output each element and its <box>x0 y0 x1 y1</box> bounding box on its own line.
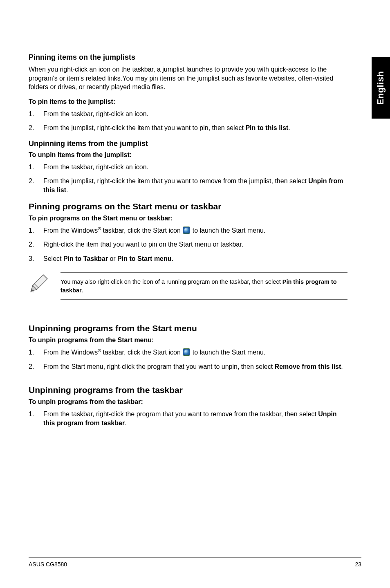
list-item: 1. From the taskbar, right-click an icon… <box>29 163 347 172</box>
steps-pin-jumplist: 1. From the taskbar, right-click an icon… <box>29 110 347 133</box>
list-item: 1. From the Windows® taskbar, click the … <box>29 348 347 357</box>
intro-pin-jumplists: When you right-click an icon on the task… <box>29 65 347 92</box>
step-text: . <box>66 186 68 193</box>
step-text: to launch the Start menu. <box>191 227 265 234</box>
step-number: 2. <box>29 362 43 371</box>
page-number: 23 <box>355 561 361 568</box>
step-text: From the jumplist, right-click the item … <box>43 177 308 184</box>
step-body: From the jumplist, right-click the item … <box>43 177 347 195</box>
step-number: 2. <box>29 123 43 132</box>
list-item: 1. From the taskbar, right-click an icon… <box>29 110 347 119</box>
step-number: 1. <box>29 410 43 428</box>
step-bold: Pin to Taskbar <box>63 255 108 262</box>
step-bold: Remove from this list <box>275 363 341 370</box>
step-number: 1. <box>29 163 43 172</box>
step-number: 1. <box>29 110 43 119</box>
step-number: 3. <box>29 254 43 263</box>
steps-unpin-jumplist: 1. From the taskbar, right-click an icon… <box>29 163 347 195</box>
step-text: Select <box>43 255 63 262</box>
steps-unpin-taskbar: 1. From the taskbar, right-click the pro… <box>29 410 347 428</box>
step-body: From the taskbar, right-click the progra… <box>43 410 347 428</box>
step-text: to launch the Start menu. <box>191 349 265 356</box>
step-text: or <box>108 255 117 262</box>
list-item: 1. From the Windows® taskbar, click the … <box>29 226 347 236</box>
step-text: . <box>288 124 290 131</box>
step-bold: Pin to this list <box>245 124 288 131</box>
pencil-icon <box>29 273 49 294</box>
step-body: From the jumplist, right-click the item … <box>43 123 347 132</box>
language-tab: English <box>372 57 390 119</box>
list-item: 2. Right-click the item that you want to… <box>29 240 347 249</box>
step-text: taskbar, click the Start icon <box>101 349 182 356</box>
sub-unpin-taskbar: To unpin programs from the taskbar: <box>29 398 347 406</box>
step-number: 2. <box>29 240 43 249</box>
step-text: taskbar, click the Start icon <box>101 227 182 234</box>
step-number: 2. <box>29 177 43 195</box>
list-item: 1. From the taskbar, right-click the pro… <box>29 410 347 428</box>
list-item: 2. From the jumplist, right-click the it… <box>29 123 347 132</box>
step-body: Select Pin to Taskbar or Pin to Start me… <box>43 254 347 263</box>
sub-unpin-jumplist: To unpin items from the jumplist: <box>29 151 347 159</box>
heading-unpin-jumplist: Unpinning items from the jumplist <box>29 139 347 148</box>
windows-start-icon <box>183 348 190 356</box>
note-callout: You may also right-click on the icon of … <box>29 272 347 300</box>
list-item: 2. From the jumplist, right-click the it… <box>29 177 347 195</box>
step-body: From the taskbar, right-click an icon. <box>43 110 347 119</box>
step-bold: Pin to Start menu <box>117 255 171 262</box>
heading-unpin-start: Unpinning programs from the Start menu <box>29 323 347 333</box>
page-footer: ASUS CG8580 23 <box>29 557 361 568</box>
step-text: From the jumplist, right-click the item … <box>43 124 245 131</box>
sub-pin-jumplist: To pin items to the jumplist: <box>29 98 347 105</box>
sub-unpin-start: To unpin programs from the Start menu: <box>29 337 347 344</box>
sub-pin-programs: To pin programs on the Start menu or tas… <box>29 215 347 222</box>
heading-unpin-taskbar: Unpinning programs from the taskbar <box>29 385 347 395</box>
page-content: Pinning items on the jumplists When you … <box>29 53 347 428</box>
list-item: 2. From the Start menu, right-click the … <box>29 362 347 371</box>
note-text: . <box>82 287 83 294</box>
step-text: . <box>125 420 126 426</box>
steps-unpin-start: 1. From the Windows® taskbar, click the … <box>29 348 347 371</box>
step-text: From the Start menu, right-click the pro… <box>43 363 275 370</box>
registered-mark: ® <box>98 227 101 231</box>
step-text: . <box>341 363 343 370</box>
step-body: From the taskbar, right-click an icon. <box>43 163 347 172</box>
heading-pin-programs: Pinning programs on the Start menu or ta… <box>29 202 347 211</box>
language-label: English <box>376 71 386 105</box>
footer-product: ASUS CG8580 <box>29 561 67 568</box>
list-item: 3. Select Pin to Taskbar or Pin to Start… <box>29 254 347 263</box>
step-number: 1. <box>29 348 43 357</box>
step-body: Right-click the item that you want to pi… <box>43 240 347 249</box>
windows-start-icon <box>183 227 190 234</box>
note-text: You may also right-click on the icon of … <box>61 278 282 285</box>
step-body: From the Windows® taskbar, click the Sta… <box>43 348 347 357</box>
registered-mark: ® <box>98 348 101 353</box>
step-number: 1. <box>29 226 43 236</box>
heading-pin-jumplists: Pinning items on the jumplists <box>29 53 347 62</box>
step-text: From the taskbar, right-click the progra… <box>43 411 318 417</box>
step-body: From the Start menu, right-click the pro… <box>43 362 347 371</box>
note-body: You may also right-click on the icon of … <box>61 272 347 300</box>
step-body: From the Windows® taskbar, click the Sta… <box>43 226 347 236</box>
step-text: . <box>172 255 173 262</box>
step-text: From the Windows <box>43 349 98 356</box>
step-text: From the Windows <box>43 227 98 234</box>
steps-pin-programs: 1. From the Windows® taskbar, click the … <box>29 226 347 264</box>
